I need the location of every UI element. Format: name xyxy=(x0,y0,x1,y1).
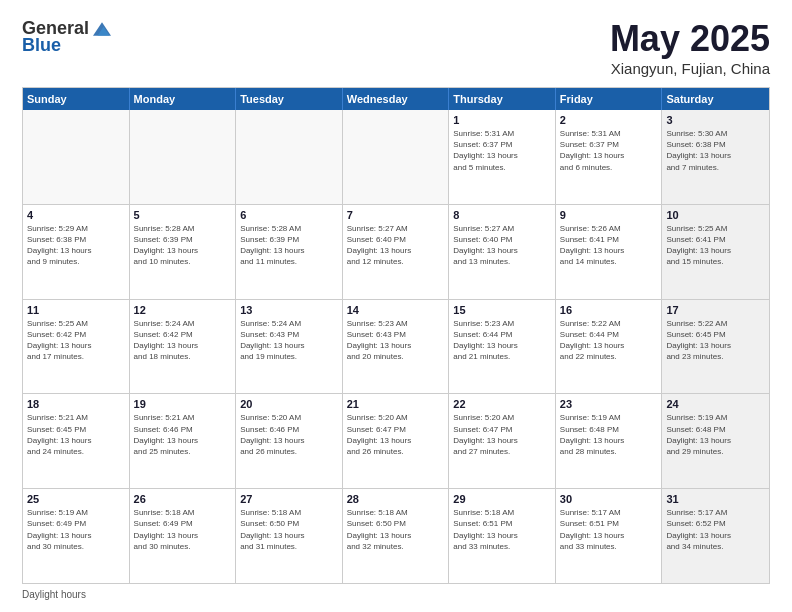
day-info: Sunrise: 5:23 AM Sunset: 6:44 PM Dayligh… xyxy=(453,318,551,363)
day-info: Sunrise: 5:24 AM Sunset: 6:43 PM Dayligh… xyxy=(240,318,338,363)
day-number: 18 xyxy=(27,398,125,410)
day-info: Sunrise: 5:18 AM Sunset: 6:51 PM Dayligh… xyxy=(453,507,551,552)
day-number: 29 xyxy=(453,493,551,505)
subtitle: Xiangyun, Fujian, China xyxy=(610,60,770,77)
calendar-header-cell: Saturday xyxy=(662,88,769,110)
calendar-cell: 10Sunrise: 5:25 AM Sunset: 6:41 PM Dayli… xyxy=(662,205,769,299)
calendar-cell: 13Sunrise: 5:24 AM Sunset: 6:43 PM Dayli… xyxy=(236,300,343,394)
day-info: Sunrise: 5:19 AM Sunset: 6:48 PM Dayligh… xyxy=(560,412,658,457)
day-number: 24 xyxy=(666,398,765,410)
calendar-cell: 22Sunrise: 5:20 AM Sunset: 6:47 PM Dayli… xyxy=(449,394,556,488)
calendar-cell: 23Sunrise: 5:19 AM Sunset: 6:48 PM Dayli… xyxy=(556,394,663,488)
day-number: 22 xyxy=(453,398,551,410)
calendar-cell: 11Sunrise: 5:25 AM Sunset: 6:42 PM Dayli… xyxy=(23,300,130,394)
calendar-row: 18Sunrise: 5:21 AM Sunset: 6:45 PM Dayli… xyxy=(23,394,769,489)
day-number: 20 xyxy=(240,398,338,410)
calendar-cell: 3Sunrise: 5:30 AM Sunset: 6:38 PM Daylig… xyxy=(662,110,769,204)
day-number: 16 xyxy=(560,304,658,316)
day-info: Sunrise: 5:18 AM Sunset: 6:50 PM Dayligh… xyxy=(240,507,338,552)
day-info: Sunrise: 5:28 AM Sunset: 6:39 PM Dayligh… xyxy=(240,223,338,268)
day-number: 1 xyxy=(453,114,551,126)
day-info: Sunrise: 5:22 AM Sunset: 6:44 PM Dayligh… xyxy=(560,318,658,363)
day-info: Sunrise: 5:26 AM Sunset: 6:41 PM Dayligh… xyxy=(560,223,658,268)
day-number: 23 xyxy=(560,398,658,410)
calendar-header-cell: Thursday xyxy=(449,88,556,110)
day-number: 7 xyxy=(347,209,445,221)
day-number: 2 xyxy=(560,114,658,126)
day-info: Sunrise: 5:19 AM Sunset: 6:49 PM Dayligh… xyxy=(27,507,125,552)
calendar-cell xyxy=(130,110,237,204)
calendar-cell xyxy=(23,110,130,204)
day-info: Sunrise: 5:31 AM Sunset: 6:37 PM Dayligh… xyxy=(453,128,551,173)
day-number: 4 xyxy=(27,209,125,221)
logo-blue-text: Blue xyxy=(22,35,61,56)
day-info: Sunrise: 5:21 AM Sunset: 6:45 PM Dayligh… xyxy=(27,412,125,457)
calendar-body: 1Sunrise: 5:31 AM Sunset: 6:37 PM Daylig… xyxy=(23,110,769,583)
calendar-cell: 8Sunrise: 5:27 AM Sunset: 6:40 PM Daylig… xyxy=(449,205,556,299)
day-number: 13 xyxy=(240,304,338,316)
calendar-cell: 30Sunrise: 5:17 AM Sunset: 6:51 PM Dayli… xyxy=(556,489,663,583)
calendar-cell: 6Sunrise: 5:28 AM Sunset: 6:39 PM Daylig… xyxy=(236,205,343,299)
calendar-cell: 16Sunrise: 5:22 AM Sunset: 6:44 PM Dayli… xyxy=(556,300,663,394)
day-info: Sunrise: 5:31 AM Sunset: 6:37 PM Dayligh… xyxy=(560,128,658,173)
calendar-header-cell: Monday xyxy=(130,88,237,110)
day-info: Sunrise: 5:19 AM Sunset: 6:48 PM Dayligh… xyxy=(666,412,765,457)
calendar-cell: 29Sunrise: 5:18 AM Sunset: 6:51 PM Dayli… xyxy=(449,489,556,583)
main-title: May 2025 xyxy=(610,18,770,60)
day-number: 26 xyxy=(134,493,232,505)
calendar-cell: 14Sunrise: 5:23 AM Sunset: 6:43 PM Dayli… xyxy=(343,300,450,394)
day-info: Sunrise: 5:20 AM Sunset: 6:47 PM Dayligh… xyxy=(347,412,445,457)
calendar-header-cell: Tuesday xyxy=(236,88,343,110)
day-info: Sunrise: 5:27 AM Sunset: 6:40 PM Dayligh… xyxy=(347,223,445,268)
title-section: May 2025 Xiangyun, Fujian, China xyxy=(610,18,770,77)
calendar-cell: 4Sunrise: 5:29 AM Sunset: 6:38 PM Daylig… xyxy=(23,205,130,299)
calendar-cell: 27Sunrise: 5:18 AM Sunset: 6:50 PM Dayli… xyxy=(236,489,343,583)
calendar-cell: 25Sunrise: 5:19 AM Sunset: 6:49 PM Dayli… xyxy=(23,489,130,583)
day-info: Sunrise: 5:21 AM Sunset: 6:46 PM Dayligh… xyxy=(134,412,232,457)
calendar-row: 25Sunrise: 5:19 AM Sunset: 6:49 PM Dayli… xyxy=(23,489,769,583)
page: General Blue May 2025 Xiangyun, Fujian, … xyxy=(0,0,792,612)
day-number: 17 xyxy=(666,304,765,316)
day-info: Sunrise: 5:29 AM Sunset: 6:38 PM Dayligh… xyxy=(27,223,125,268)
day-number: 5 xyxy=(134,209,232,221)
calendar-cell: 17Sunrise: 5:22 AM Sunset: 6:45 PM Dayli… xyxy=(662,300,769,394)
day-number: 12 xyxy=(134,304,232,316)
calendar-cell: 9Sunrise: 5:26 AM Sunset: 6:41 PM Daylig… xyxy=(556,205,663,299)
day-number: 27 xyxy=(240,493,338,505)
calendar-cell xyxy=(343,110,450,204)
day-info: Sunrise: 5:22 AM Sunset: 6:45 PM Dayligh… xyxy=(666,318,765,363)
calendar-header-cell: Sunday xyxy=(23,88,130,110)
day-number: 8 xyxy=(453,209,551,221)
calendar-cell: 15Sunrise: 5:23 AM Sunset: 6:44 PM Dayli… xyxy=(449,300,556,394)
day-number: 9 xyxy=(560,209,658,221)
calendar-header: SundayMondayTuesdayWednesdayThursdayFrid… xyxy=(23,88,769,110)
calendar-row: 4Sunrise: 5:29 AM Sunset: 6:38 PM Daylig… xyxy=(23,205,769,300)
day-number: 19 xyxy=(134,398,232,410)
footer-note: Daylight hours xyxy=(22,589,770,600)
day-number: 28 xyxy=(347,493,445,505)
calendar-cell: 2Sunrise: 5:31 AM Sunset: 6:37 PM Daylig… xyxy=(556,110,663,204)
calendar-cell: 1Sunrise: 5:31 AM Sunset: 6:37 PM Daylig… xyxy=(449,110,556,204)
calendar-cell: 31Sunrise: 5:17 AM Sunset: 6:52 PM Dayli… xyxy=(662,489,769,583)
day-info: Sunrise: 5:18 AM Sunset: 6:49 PM Dayligh… xyxy=(134,507,232,552)
day-info: Sunrise: 5:24 AM Sunset: 6:42 PM Dayligh… xyxy=(134,318,232,363)
day-info: Sunrise: 5:25 AM Sunset: 6:41 PM Dayligh… xyxy=(666,223,765,268)
calendar-cell: 7Sunrise: 5:27 AM Sunset: 6:40 PM Daylig… xyxy=(343,205,450,299)
day-info: Sunrise: 5:30 AM Sunset: 6:38 PM Dayligh… xyxy=(666,128,765,173)
calendar-cell: 26Sunrise: 5:18 AM Sunset: 6:49 PM Dayli… xyxy=(130,489,237,583)
calendar-header-cell: Wednesday xyxy=(343,88,450,110)
logo-icon xyxy=(93,20,111,38)
calendar-cell: 18Sunrise: 5:21 AM Sunset: 6:45 PM Dayli… xyxy=(23,394,130,488)
day-info: Sunrise: 5:23 AM Sunset: 6:43 PM Dayligh… xyxy=(347,318,445,363)
calendar-cell: 24Sunrise: 5:19 AM Sunset: 6:48 PM Dayli… xyxy=(662,394,769,488)
day-number: 6 xyxy=(240,209,338,221)
day-info: Sunrise: 5:27 AM Sunset: 6:40 PM Dayligh… xyxy=(453,223,551,268)
calendar-row: 11Sunrise: 5:25 AM Sunset: 6:42 PM Dayli… xyxy=(23,300,769,395)
calendar: SundayMondayTuesdayWednesdayThursdayFrid… xyxy=(22,87,770,584)
calendar-cell: 12Sunrise: 5:24 AM Sunset: 6:42 PM Dayli… xyxy=(130,300,237,394)
calendar-header-cell: Friday xyxy=(556,88,663,110)
day-number: 3 xyxy=(666,114,765,126)
day-info: Sunrise: 5:20 AM Sunset: 6:47 PM Dayligh… xyxy=(453,412,551,457)
calendar-cell: 21Sunrise: 5:20 AM Sunset: 6:47 PM Dayli… xyxy=(343,394,450,488)
calendar-cell: 5Sunrise: 5:28 AM Sunset: 6:39 PM Daylig… xyxy=(130,205,237,299)
